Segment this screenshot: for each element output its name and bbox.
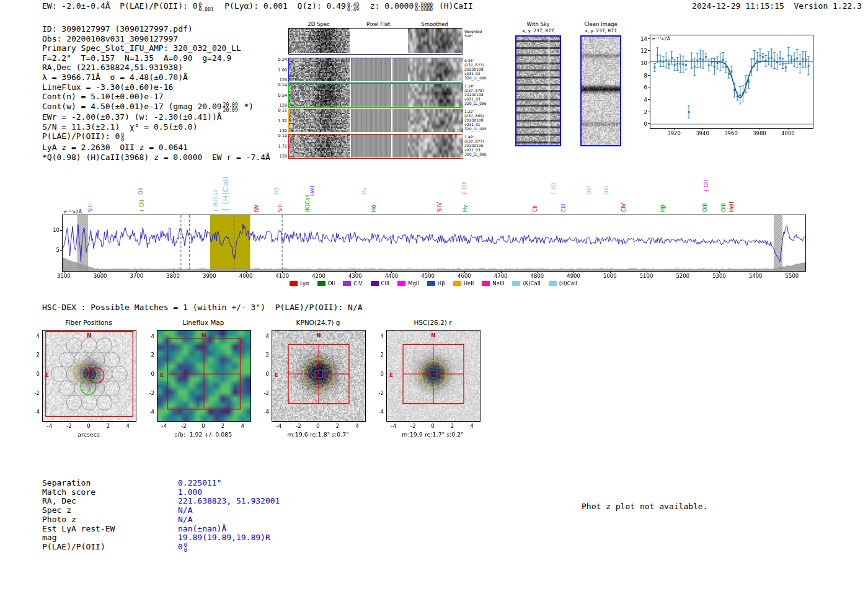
spectrum-xtick: 3600 bbox=[92, 273, 109, 279]
stacked-fraction: 20.0920.09 bbox=[223, 103, 238, 112]
match-table-value: 000 bbox=[178, 543, 188, 553]
legend-label: MgII bbox=[408, 280, 419, 287]
catalog-matches-line: HSC-DEX : Possible Matches = 1 (within +… bbox=[42, 303, 363, 313]
spectral-line-label: HeII bbox=[309, 185, 316, 196]
cutout-xtick: 4 bbox=[236, 423, 249, 429]
spec2d-column-title: Pixel Flat bbox=[353, 21, 403, 27]
match-table-value: 1.000 bbox=[178, 488, 202, 497]
spec2d-strip-canvas bbox=[289, 58, 463, 81]
legend-item: (H)CaII bbox=[549, 280, 577, 287]
spectrum-xtick: 5200 bbox=[674, 273, 691, 279]
match-table-row: RA, Dec221.638823, 51.932001 bbox=[42, 497, 280, 506]
cutout-xtick: 4 bbox=[122, 423, 134, 429]
sky-panel-coords: x, y: 237, 877 bbox=[503, 28, 574, 33]
cutout-ytick: -2 bbox=[374, 390, 384, 396]
spectrum-xtick: 3800 bbox=[164, 273, 182, 279]
match-table-row: Match score1.000 bbox=[42, 488, 280, 497]
info-line: F=2.2" T=0.157 N=1.35 A=0.90 g=24.9 bbox=[42, 53, 270, 63]
info-line: EWr = -2.00(±0.37) (w: -2.30(±0.41))Å bbox=[42, 112, 270, 122]
legend-label: (K)CaII bbox=[523, 280, 540, 287]
cutout-xtick: 0 bbox=[197, 423, 210, 429]
cutout-xtick: 0 bbox=[82, 423, 95, 429]
fit-plot-xtick: 3940 bbox=[695, 130, 710, 136]
legend-label: CIII bbox=[381, 280, 389, 287]
spectral-line-label: Hγ bbox=[462, 205, 468, 212]
info-text: LyA z = 2.2630 OII z = 0.0641 bbox=[42, 143, 188, 152]
spectrum-xtick: 4900 bbox=[565, 273, 582, 279]
legend-item: Lyα bbox=[290, 280, 309, 287]
cutout-title: HSC(26.2) r bbox=[386, 319, 479, 326]
match-table-label: Spec z bbox=[42, 506, 178, 515]
cutout-ytick: 0 bbox=[259, 371, 269, 377]
fit-plot-xtickmark bbox=[674, 128, 675, 130]
header-text: (H)CaII bbox=[434, 1, 473, 11]
spectrum-xtick: 4000 bbox=[237, 273, 255, 279]
header-summary: EW: -2.0±-0.4Å P(LAE)/P(OII): 000.001 P(… bbox=[42, 1, 473, 12]
stacked-fraction: 00 bbox=[184, 543, 187, 553]
fit-plot-xtickmark bbox=[760, 128, 760, 130]
legend-item: NeIII bbox=[482, 280, 504, 287]
spectrum-xtick: 5300 bbox=[711, 273, 728, 279]
fit-plot-xtick: 3920 bbox=[666, 130, 681, 136]
spectral-line-label: { CIII bbox=[461, 181, 467, 195]
spectrum-xtickmark bbox=[756, 271, 756, 273]
spectrum-xtick: 4600 bbox=[456, 273, 473, 279]
spectrum-xtickmark bbox=[610, 271, 611, 273]
stacked-fraction: 0.490.49 bbox=[347, 3, 359, 12]
spectrum-ytickmark bbox=[60, 250, 62, 251]
spectral-line-label: NV bbox=[254, 205, 260, 212]
legend-swatch bbox=[397, 281, 405, 286]
fit-plot-ytickmark bbox=[648, 75, 650, 76]
stacked-fraction: 0.00000.0000 bbox=[415, 3, 433, 12]
spectrum-xtick: 3500 bbox=[55, 273, 73, 279]
cutout-title: Fiber Positions bbox=[42, 319, 135, 326]
spec2d-strip-canvas bbox=[289, 109, 463, 132]
stacked-fraction: 00 bbox=[121, 133, 124, 143]
cutout-xtick: -4 bbox=[43, 423, 56, 429]
east-label: E bbox=[160, 372, 164, 378]
spectrum-xtickmark bbox=[246, 271, 247, 273]
spectrum-xtickmark bbox=[173, 271, 174, 273]
cutout-xtick: -2 bbox=[177, 423, 190, 429]
fit-plot-ytickmark bbox=[648, 87, 650, 87]
spectral-line-label: OIII bbox=[586, 186, 592, 195]
sky-panel-coords: x, y: 237, 877 bbox=[568, 28, 634, 33]
fit-plot-box bbox=[650, 35, 813, 129]
match-table: Separation0.225011"Match score1.000RA, D… bbox=[42, 479, 280, 553]
spectral-line-label: { (K)CaII bbox=[213, 190, 219, 212]
legend-item: CIV bbox=[343, 280, 362, 287]
info-line: Primary Spec_Slot_IFU_AMP: 320_032_020_L… bbox=[42, 43, 270, 53]
spec2d-panel: 2D SpecPixel FlatSmoothedWeighted Sum0.2… bbox=[275, 19, 498, 161]
cutout-ytick: 0 bbox=[30, 371, 40, 377]
cutout-ytick: 4 bbox=[259, 333, 269, 339]
spectrum-xtickmark bbox=[683, 271, 683, 273]
cutout-ytick: -2 bbox=[144, 390, 154, 396]
cutout-title: Lineflux Map bbox=[157, 319, 250, 326]
spec2d-row bbox=[288, 83, 463, 108]
spectral-line-label: SiII bbox=[87, 204, 94, 212]
spectral-line-label: Hγ bbox=[361, 188, 367, 195]
info-text: EWr = -2.00(±0.37) (w: -2.30(±0.41))Å bbox=[42, 112, 222, 122]
spectrum-xtickmark bbox=[282, 271, 283, 273]
info-text: LineFlux = -3.30(±0.60)e-16 bbox=[42, 82, 173, 92]
spectral-line-label: { OII bbox=[139, 200, 145, 212]
fit-plot-xtickmark bbox=[731, 128, 732, 130]
spectrum-xtickmark bbox=[647, 271, 647, 273]
weighted-sum-label: Weighted Sum bbox=[464, 29, 495, 38]
cutout-caption: m:19.6 re:1.8" s:0.7" bbox=[265, 431, 371, 438]
match-table-value: 0.225011" bbox=[178, 479, 221, 488]
spectrum-canvas bbox=[63, 215, 805, 271]
match-table-row: P(LAE)/P(OII)000 bbox=[42, 543, 280, 553]
match-table-value: nan(±nan)Å bbox=[178, 525, 226, 534]
cutout-ytick: 4 bbox=[144, 333, 154, 339]
info-text: F=2.2" T=0.157 N=1.35 A=0.90 g=24.9 bbox=[42, 53, 231, 63]
spectrum-xtickmark bbox=[501, 271, 502, 273]
fit-plot-ytick: 12 bbox=[637, 48, 647, 54]
elixer-report: EW: -2.0±-0.4Å P(LAE)/P(OII): 000.001 P(… bbox=[0, 0, 868, 591]
spec2d-row bbox=[288, 58, 463, 82]
legend-item: CIII bbox=[371, 280, 389, 287]
match-table-row: Photo zN/A bbox=[42, 515, 280, 525]
cutout-xtick: -2 bbox=[292, 423, 304, 429]
spectral-line-label: { Hβ bbox=[551, 182, 557, 195]
match-table-label: mag bbox=[42, 533, 178, 543]
